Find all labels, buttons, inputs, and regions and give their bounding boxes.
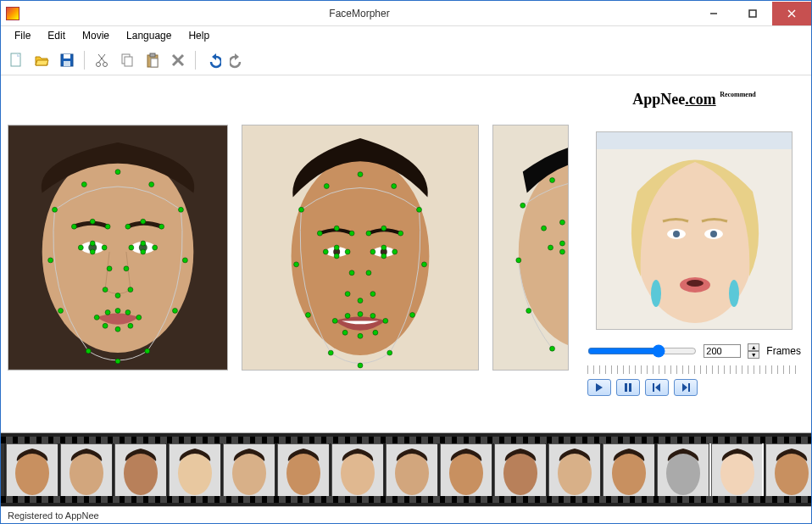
svg-rect-16 — [150, 53, 155, 57]
svg-point-58 — [128, 287, 133, 293]
svg-point-125 — [559, 241, 565, 246]
filmstrip[interactable] — [1, 432, 811, 506]
svg-point-101 — [345, 292, 350, 297]
menu-file[interactable]: File — [8, 28, 37, 43]
svg-point-88 — [366, 231, 371, 236]
pause-button[interactable] — [616, 379, 640, 396]
filmstrip-thumb[interactable] — [657, 443, 708, 496]
svg-point-52 — [153, 245, 158, 250]
svg-point-57 — [115, 293, 120, 298]
svg-point-42 — [105, 224, 110, 229]
svg-point-74 — [324, 184, 329, 189]
redo-button[interactable] — [226, 48, 250, 72]
svg-point-51 — [141, 241, 146, 246]
svg-point-137 — [651, 280, 661, 307]
copy-button[interactable] — [115, 48, 139, 72]
filmstrip-thumb[interactable] — [494, 443, 545, 496]
maximize-button[interactable] — [733, 2, 772, 25]
statusbar: Registered to AppNee — [1, 506, 811, 523]
main-canvas-area — [1, 75, 577, 432]
svg-point-132 — [673, 231, 680, 237]
frames-input[interactable] — [704, 344, 741, 358]
menu-movie[interactable]: Movie — [75, 28, 116, 43]
svg-point-96 — [381, 245, 387, 250]
svg-point-9 — [97, 62, 101, 66]
svg-point-127 — [559, 249, 565, 254]
svg-point-136 — [687, 280, 704, 287]
svg-point-47 — [90, 241, 95, 246]
svg-point-31 — [149, 182, 154, 187]
svg-point-102 — [358, 298, 363, 304]
paste-button[interactable] — [141, 48, 164, 72]
filmstrip-thumb[interactable] — [386, 443, 437, 496]
menu-help[interactable]: Help — [181, 28, 216, 43]
svg-point-75 — [358, 172, 363, 177]
svg-rect-8 — [64, 61, 70, 66]
svg-point-81 — [410, 312, 415, 317]
new-button[interactable] — [4, 48, 28, 72]
open-button[interactable] — [30, 48, 53, 72]
filmstrip-thumb[interactable] — [548, 443, 599, 496]
filmstrip-thumb[interactable] — [440, 443, 491, 496]
svg-point-79 — [421, 262, 426, 267]
filmstrip-thumb[interactable] — [603, 443, 653, 496]
svg-point-76 — [392, 184, 397, 189]
close-button[interactable] — [772, 2, 811, 25]
face-image-1[interactable] — [8, 125, 228, 371]
logo: AppNee.com Recommend — [587, 91, 801, 116]
svg-point-60 — [105, 309, 110, 315]
svg-point-55 — [124, 266, 129, 271]
menu-edit[interactable]: Edit — [41, 28, 72, 43]
frames-spin-down[interactable]: ▼ — [748, 351, 759, 359]
frames-slider[interactable] — [587, 344, 697, 358]
main-horizontal-scrollbar[interactable] — [8, 425, 570, 426]
svg-point-56 — [103, 287, 108, 293]
filmstrip-thumb[interactable] — [223, 443, 274, 496]
svg-point-110 — [358, 333, 363, 338]
frames-spin-up[interactable]: ▲ — [748, 343, 759, 351]
svg-point-50 — [129, 245, 134, 250]
svg-marker-143 — [655, 383, 660, 392]
svg-point-99 — [349, 270, 354, 276]
play-button[interactable] — [587, 379, 611, 396]
svg-point-91 — [323, 249, 328, 254]
filmstrip-thumb[interactable] — [60, 443, 111, 496]
toolbar — [1, 45, 811, 75]
filmstrip-thumb[interactable] — [114, 443, 165, 496]
svg-rect-17 — [151, 59, 158, 67]
filmstrip-thumb[interactable] — [331, 443, 382, 496]
svg-marker-144 — [682, 383, 687, 392]
svg-point-37 — [86, 348, 91, 354]
svg-point-124 — [548, 245, 553, 250]
svg-point-54 — [107, 266, 112, 271]
save-button[interactable] — [55, 48, 79, 72]
svg-point-93 — [345, 249, 350, 254]
undo-button[interactable] — [201, 48, 225, 72]
svg-point-86 — [334, 226, 339, 231]
svg-point-41 — [90, 219, 95, 224]
filmstrip-thumb[interactable] — [277, 443, 328, 496]
svg-rect-141 — [629, 383, 631, 392]
face-image-3[interactable] — [492, 125, 569, 371]
menu-language[interactable]: Language — [120, 28, 178, 43]
filmstrip-thumb[interactable] — [765, 443, 811, 496]
skip-start-button[interactable] — [645, 379, 669, 396]
cut-button[interactable] — [90, 48, 114, 72]
filmstrip-thumb[interactable] — [711, 443, 762, 496]
svg-point-10 — [103, 62, 108, 66]
svg-point-48 — [102, 245, 107, 250]
svg-point-32 — [178, 207, 183, 212]
right-panel: AppNee.com Recommend — [577, 75, 811, 432]
minimize-button[interactable] — [694, 2, 733, 25]
filmstrip-thumb[interactable] — [6, 443, 57, 496]
svg-point-28 — [53, 207, 58, 212]
svg-rect-140 — [625, 383, 627, 392]
filmstrip-thumb[interactable] — [169, 443, 220, 496]
skip-end-button[interactable] — [674, 379, 698, 396]
frames-label: Frames — [766, 345, 801, 357]
delete-button[interactable] — [166, 48, 190, 72]
svg-point-104 — [332, 318, 337, 323]
svg-marker-139 — [596, 383, 603, 392]
svg-rect-142 — [653, 383, 654, 392]
face-image-2[interactable] — [242, 125, 479, 371]
